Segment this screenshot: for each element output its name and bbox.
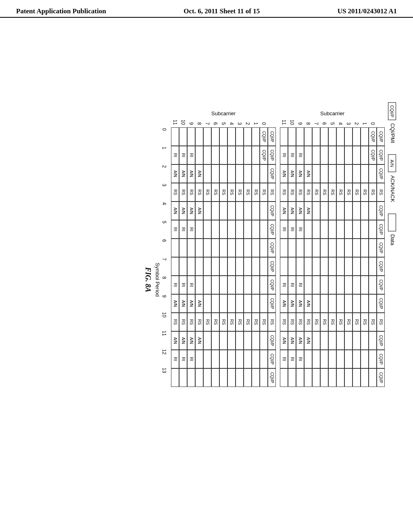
grid-cell [312,220,320,239]
grid-cell [187,368,195,387]
grid-cell: RS [236,183,244,202]
grid-cell: A/N [280,164,288,183]
grid-cell: A/N [179,294,187,313]
grid-cell: RS [211,313,219,331]
grid-cell [280,239,288,257]
grid-cell [203,164,211,183]
grid-cell: A/N [288,294,296,313]
grid-cell [195,276,203,294]
grid-cell [236,239,244,257]
grid-cell [312,276,320,294]
grid-cell: RS [361,183,369,202]
grid-cell [296,368,304,387]
grid-cell [361,331,369,350]
grid-cell [187,239,195,257]
grid-cell: RI [187,220,195,239]
grid-cell: RS [195,313,203,331]
grid-cell [244,146,252,164]
grid-cell [195,127,203,146]
grid-cell [252,368,260,387]
legend: CQI/P CQI/PMI A/N ACK/NACK Data [388,102,396,461]
grid-cell [344,202,353,220]
grid-cell [219,294,227,313]
grid-cell [361,146,369,164]
row-index: 9 [296,118,304,127]
grid-cell: A/N [296,331,304,350]
grid-cell [260,294,268,313]
x-tick: 4 [161,194,167,213]
row-index: 1 [252,118,260,127]
grid-cell [353,368,361,387]
grid-cell [211,276,219,294]
grid-cell [369,350,377,368]
grid-cell: CQI/P [377,368,385,387]
x-tick: 13 [161,361,167,380]
grid-cell: CQI/P [377,276,385,294]
grid-cell [361,368,369,387]
grid-cell: CQI/P [377,331,385,350]
grid-cell: RI [171,220,179,239]
grid-cell: A/N [296,294,304,313]
grid-cell [203,350,211,368]
grid-row: 0CQI/PCQI/PRSRS [369,118,377,461]
grid-cell [361,164,369,183]
grid-cell [336,257,344,276]
grid-cell [353,220,361,239]
grid-cell [361,127,369,146]
figure-area: CQI/P CQI/PMI A/N ACK/NACK Data Layer 1 … [0,98,396,461]
grid-cell: RS [268,313,276,331]
grid-cell [236,368,244,387]
grid-cell: CQI/P [268,164,276,183]
grid-cell [304,257,312,276]
grid-cell [361,257,369,276]
grid-cell: RS [203,183,211,202]
grid-cell: CQI/P [377,239,385,257]
grid-cell: A/N [171,331,179,350]
grid-cell [336,368,344,387]
grid-cell: RI [187,350,195,368]
row-index: 2 [353,118,361,127]
grid-cell [336,239,344,257]
grid-cell [244,127,252,146]
grid-cell [280,257,288,276]
grid-cell [353,239,361,257]
row-index: 1 [361,118,369,127]
grid-cell: A/N [171,202,179,220]
grid-cell [260,164,268,183]
grid-cell [227,331,236,350]
grid-cell: RI [171,146,179,164]
row-index: 11 [171,118,179,127]
grid-cell [211,127,219,146]
grid-row: 3RSRS [344,118,353,461]
grid-cell: RI [171,350,179,368]
grid-cell [236,220,244,239]
grid-cell [227,350,236,368]
grid-cell [369,331,377,350]
grid-cell [252,164,260,183]
grid-cell: CQI/P [377,127,385,146]
grid-cell [260,276,268,294]
grid-cell: A/N [195,164,203,183]
grid-cell [211,146,219,164]
grid-cell [252,257,260,276]
grid-cell [219,146,227,164]
grid-cell [219,350,227,368]
grid-cell: CQI/P [369,127,377,146]
grid-cell: RI [288,146,296,164]
grid-cell [244,257,252,276]
legend-data-swatch [388,214,396,231]
grid-cell: RS [187,183,195,202]
grid-cell: CQI/P [268,257,276,276]
grid-cell [227,164,236,183]
row-index: 0 [260,118,268,127]
grid-cell: RS [227,183,236,202]
grid-cell [227,220,236,239]
grid-cell [211,257,219,276]
grid-cell: A/N [179,202,187,220]
grid-cell [312,331,320,350]
grid-cell [260,202,268,220]
grid-cell [353,257,361,276]
grid-cell: RI [179,146,187,164]
row-index: 6 [320,118,328,127]
grid-cell [203,127,211,146]
